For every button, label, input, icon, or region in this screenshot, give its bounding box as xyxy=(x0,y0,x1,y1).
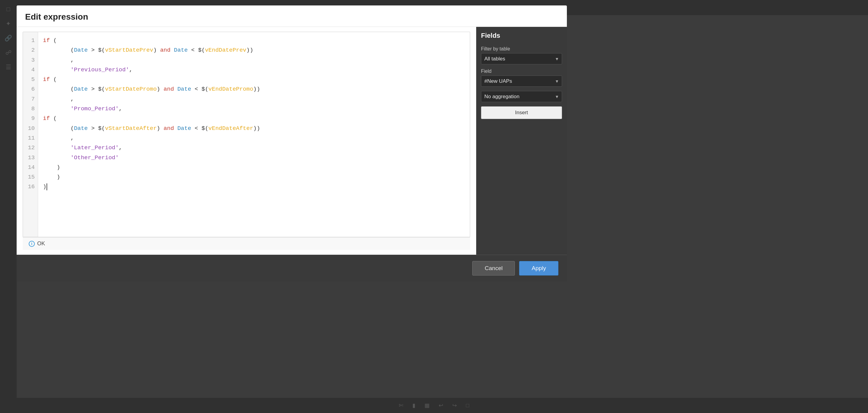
line-numbers: 12345678 910111213141516 xyxy=(23,32,38,237)
aggregation-select-wrapper: No aggregation ▼ xyxy=(481,91,562,102)
filter-by-table-group: Filter by table All tables ▼ xyxy=(481,46,562,64)
aggregation-select[interactable]: No aggregation xyxy=(481,91,562,102)
editor-section: 12345678 910111213141516 if ( (Date > $(… xyxy=(17,27,476,255)
filter-select-wrapper: All tables ▼ xyxy=(481,53,562,64)
field-select-wrapper: #New UAPs ▼ xyxy=(481,75,562,87)
field-select[interactable]: #New UAPs xyxy=(481,75,562,87)
status-info-icon: i xyxy=(29,241,35,247)
filter-label: Filter by table xyxy=(481,46,562,51)
field-group: Field #New UAPs ▼ xyxy=(481,69,562,87)
status-bar: i OK xyxy=(23,237,470,250)
fields-panel: Fields Filter by table All tables ▼ Fiel… xyxy=(476,27,567,255)
code-content[interactable]: if ( (Date > $(vStartDatePrev) and Date … xyxy=(38,32,470,237)
modal-title: Edit expression xyxy=(17,5,567,27)
status-text: OK xyxy=(37,240,45,247)
edit-expression-modal: Edit expression 12345678 910111213141516… xyxy=(17,5,567,282)
modal-body: 12345678 910111213141516 if ( (Date > $(… xyxy=(17,27,567,255)
insert-button[interactable]: Insert xyxy=(481,106,562,119)
filter-table-select[interactable]: All tables xyxy=(481,53,562,64)
cancel-button[interactable]: Cancel xyxy=(472,261,515,276)
aggregation-group: No aggregation ▼ xyxy=(481,91,562,102)
apply-button[interactable]: Apply xyxy=(519,261,558,276)
modal-footer: Cancel Apply xyxy=(17,255,567,282)
fields-panel-title: Fields xyxy=(481,32,562,42)
modal-overlay: Edit expression 12345678 910111213141516… xyxy=(0,0,868,413)
field-label: Field xyxy=(481,69,562,74)
code-editor[interactable]: 12345678 910111213141516 if ( (Date > $(… xyxy=(23,32,470,237)
